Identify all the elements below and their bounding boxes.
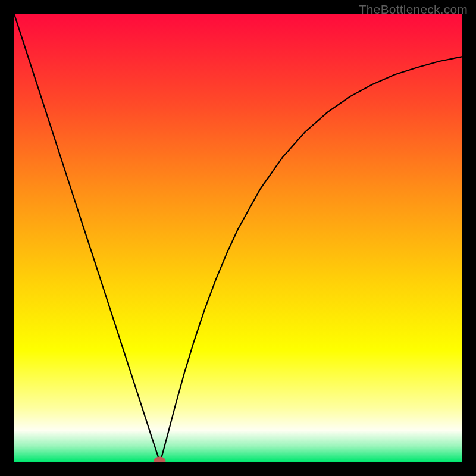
- chart-frame: [14, 14, 462, 462]
- bottleneck-chart: [14, 14, 462, 462]
- watermark-text: TheBottleneck.com: [359, 2, 468, 17]
- plot-background: [14, 14, 462, 462]
